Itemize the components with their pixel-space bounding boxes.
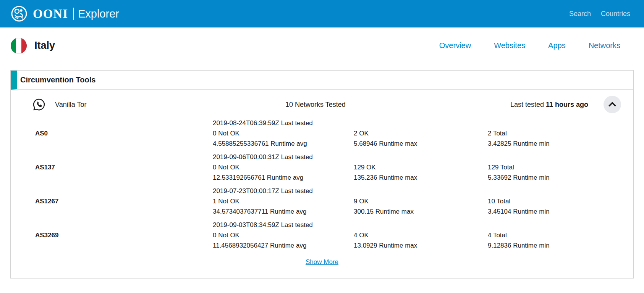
ok-cell: 9 OK xyxy=(354,196,488,206)
runtime-min-cell: 5.33692 Runtime min xyxy=(488,172,633,183)
circumvention-tools-card: Circumvention Tools Vanilla Tor 10 Netwo… xyxy=(10,70,634,279)
runtime-avg-cell: 11.4568932056427 Runtime avg xyxy=(213,240,354,251)
chevron-up-icon xyxy=(608,101,616,108)
topbar: OONI Explorer Search Countries xyxy=(0,0,644,27)
networks-tested-count: 10 Networks Tested xyxy=(121,101,510,109)
network-row: AS0 2019-08-24T06:39:59Z Last tested 0 N… xyxy=(11,116,633,150)
search-link[interactable]: Search xyxy=(569,10,591,18)
last-tested-cell: 2019-09-03T08:34:59Z Last tested xyxy=(213,220,354,230)
countries-link[interactable]: Countries xyxy=(601,10,630,18)
tab-overview[interactable]: Overview xyxy=(439,41,471,50)
runtime-min-cell: 3.42825 Runtime min xyxy=(488,138,633,149)
runtime-min-cell: 9.12836 Runtime min xyxy=(488,240,633,251)
not-ok-cell: 0 Not OK xyxy=(213,162,354,172)
show-more-wrap: Show More xyxy=(11,252,633,278)
asn-label: AS137 xyxy=(11,162,213,172)
network-row: AS137 2019-09-06T00:00:31Z Last tested 0… xyxy=(11,150,633,184)
last-tested-cell: 2019-09-06T00:00:31Z Last tested xyxy=(213,152,354,162)
collapse-button[interactable] xyxy=(604,96,621,113)
brand-name: OONI xyxy=(33,7,68,21)
ooni-logo-icon xyxy=(11,5,28,22)
not-ok-cell: 0 Not OK xyxy=(213,128,354,138)
last-tested-summary: Last tested 11 hours ago xyxy=(510,101,588,109)
runtime-max-cell: 135.236 Runtime max xyxy=(354,172,488,183)
topbar-nav: Search Countries xyxy=(569,10,630,18)
total-cell: 10 Total xyxy=(488,196,633,206)
runtime-avg-cell: 12.533192656761 Runtime avg xyxy=(213,172,354,183)
last-tested-cell: 2019-08-24T06:39:59Z Last tested xyxy=(213,118,354,128)
runtime-avg-cell: 4.55885255336761 Runtime avg xyxy=(213,138,354,149)
tab-apps[interactable]: Apps xyxy=(548,41,566,50)
not-ok-cell: 1 Not OK xyxy=(213,196,354,206)
asn-label: AS1267 xyxy=(11,196,213,206)
vanilla-tor-icon xyxy=(21,98,46,111)
ooni-home-link[interactable]: OONI Explorer xyxy=(11,5,119,22)
show-more-link[interactable]: Show More xyxy=(306,258,338,266)
asn-label: AS3269 xyxy=(11,230,213,240)
runtime-avg-cell: 34.5734037637711 Runtime avg xyxy=(213,206,354,217)
runtime-max-cell: 5.68946 Runtime max xyxy=(354,138,488,149)
network-row: AS1267 2019-07-23T00:00:17Z Last tested … xyxy=(11,184,633,218)
asn-label: AS0 xyxy=(11,128,213,138)
italy-flag-icon xyxy=(11,38,27,54)
runtime-max-cell: 300.15 Runtime max xyxy=(354,206,488,217)
network-row: AS3269 2019-09-03T08:34:59Z Last tested … xyxy=(11,218,633,252)
country-name: Italy xyxy=(34,40,55,52)
brand-divider xyxy=(73,8,74,20)
total-cell: 129 Total xyxy=(488,162,633,172)
total-cell: 2 Total xyxy=(488,128,633,138)
total-cell: 4 Total xyxy=(488,230,633,240)
not-ok-cell: 0 Not OK xyxy=(213,230,354,240)
last-tested-cell: 2019-07-23T00:00:17Z Last tested xyxy=(213,186,354,196)
tab-websites[interactable]: Websites xyxy=(494,41,525,50)
country-header: Italy Overview Websites Apps Networks xyxy=(0,27,644,64)
ok-cell: 2 OK xyxy=(354,128,488,138)
ok-cell: 4 OK xyxy=(354,230,488,240)
test-group-name: Vanilla Tor xyxy=(55,101,86,109)
test-group-left: Vanilla Tor xyxy=(21,98,121,111)
test-group-row[interactable]: Vanilla Tor 10 Networks Tested Last test… xyxy=(11,90,633,116)
section-title: Circumvention Tools xyxy=(11,71,633,90)
runtime-max-cell: 13.0929 Runtime max xyxy=(354,240,488,251)
tab-networks[interactable]: Networks xyxy=(589,41,620,50)
runtime-min-cell: 3.45104 Runtime min xyxy=(488,206,633,217)
ok-cell: 129 OK xyxy=(354,162,488,172)
brand-product: Explorer xyxy=(78,8,119,20)
country-nav: Overview Websites Apps Networks xyxy=(439,41,620,50)
